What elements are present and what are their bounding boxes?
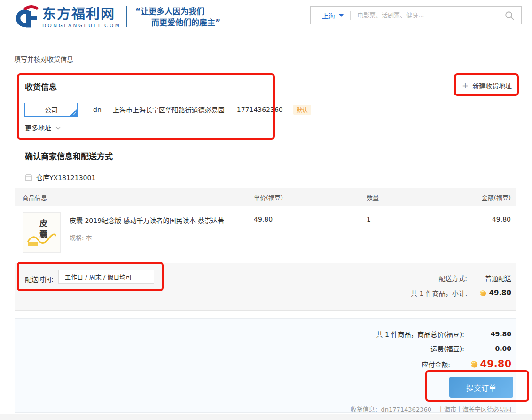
payable-value: 49.80 xyxy=(480,358,511,370)
recipient-name: dn xyxy=(93,106,102,113)
table-row: 皮囊 皮囊 2019纪念版 感动千万读者的国民读本 蔡崇达著 规格: 本 49.… xyxy=(15,212,516,253)
recipient-phone: 17714362360 xyxy=(237,106,283,113)
total-label: 共 1 件商品，商品总价(福豆): xyxy=(376,329,464,339)
amount-value: 49.80 xyxy=(442,212,516,253)
slogan-line-1: “让更多人因为我们 xyxy=(135,6,220,17)
quantity-value: 1 xyxy=(367,212,442,253)
subtotal-value: 49.80 xyxy=(489,289,511,297)
warehouse-name: 仓库YX181213001 xyxy=(36,173,95,182)
recipient-address: 上海市上海长宁区华阳路街道德必易园 xyxy=(113,105,225,114)
col-unit-price: 单价(福豆) xyxy=(254,193,367,202)
brand-slogan: “让更多人因为我们 而更爱他们的雇主” xyxy=(135,6,220,28)
summary-panel: 共 1 件商品，商品总价(福豆): 49.80 运费(福豆): 0.00 应付金… xyxy=(15,318,516,413)
subtotal-label: 共 1 件商品，小计: xyxy=(411,288,468,298)
header-divider xyxy=(126,6,127,27)
site-header: 东方福利网 DONGFANGFULI.COM “让更多人因为我们 而更爱他们的雇… xyxy=(0,0,532,36)
warehouse-row: 仓库YX181213001 xyxy=(25,173,95,182)
more-addresses-link[interactable]: 更多地址 xyxy=(25,123,59,132)
items-table-header: 商品信息 单价(福豆) 数量 金额(福豆) xyxy=(15,188,516,206)
chevron-down-icon xyxy=(339,14,344,17)
new-address-button[interactable]: + 新建收货地址 xyxy=(456,77,517,94)
search-bar: 上海 xyxy=(310,6,522,24)
submit-order-button[interactable]: 提交订单 xyxy=(449,377,513,398)
order-panel: 收货信息 + 新建收货地址 公司 ✓ dn 上海市上海长宁区华阳路街道德必易园 … xyxy=(15,71,516,311)
delivery-time-label: 配送时间: xyxy=(25,274,54,284)
product-image[interactable]: 皮囊 xyxy=(23,212,61,253)
merchant-section-title: 确认商家信息和配送方式 xyxy=(25,150,113,162)
check-icon: ✓ xyxy=(73,111,77,116)
product-spec: 规格: 本 xyxy=(70,233,224,242)
address-row: 公司 ✓ dn 上海市上海长宁区华阳路街道德必易园 17714362360 默认 xyxy=(24,103,311,117)
delivery-time-value: 工作日 / 周末 / 假日均可 xyxy=(65,272,132,281)
cover-art xyxy=(27,231,57,247)
search-icon[interactable] xyxy=(504,10,515,21)
page-title: 填写并核对收货信息 xyxy=(14,54,73,63)
brand-logo-icon xyxy=(12,5,39,30)
page-bottom-strip xyxy=(0,414,532,420)
shop-icon xyxy=(25,174,32,181)
city-selector[interactable]: 上海 xyxy=(311,11,350,20)
col-quantity: 数量 xyxy=(367,193,442,202)
unit-price-value: 49.80 xyxy=(254,212,367,253)
checkout-page: 东方福利网 DONGFANGFULI.COM “让更多人因为我们 而更爱他们的雇… xyxy=(0,0,532,420)
delivery-time-select[interactable]: 工作日 / 周末 / 假日均可 xyxy=(58,270,154,284)
site-logo[interactable]: 东方福利网 DONGFANGFULI.COM xyxy=(12,5,121,30)
more-addresses-label: 更多地址 xyxy=(25,123,51,132)
brand-name: 东方福利网 xyxy=(42,7,121,22)
default-badge: 默认 xyxy=(293,105,311,115)
footer-phone: dn17714362360 xyxy=(381,406,431,413)
slogan-line-2: 而更爱他们的雇主” xyxy=(135,17,220,28)
footer-address: 上海市上海长宁区德必易园 xyxy=(438,406,511,413)
address-tag-label: 公司 xyxy=(45,105,58,114)
shipping-section-title: 收货信息 xyxy=(25,80,57,92)
brand-domain: DONGFANGFULI.COM xyxy=(42,23,121,28)
delivery-method-value: 普通配送 xyxy=(478,273,511,283)
delivery-section: 配送时间: 工作日 / 周末 / 假日均可 配送方式: 普通配送 共 1 件商品… xyxy=(15,263,516,310)
shipping-fee-label: 运费(福豆): xyxy=(430,344,464,353)
search-input[interactable] xyxy=(351,12,504,19)
chevron-down-icon xyxy=(55,124,61,130)
col-product: 商品信息 xyxy=(23,193,254,202)
col-amount: 金额(福豆) xyxy=(442,193,516,202)
bean-coin-icon xyxy=(469,360,478,368)
shipping-fee-value: 0.00 xyxy=(464,345,511,352)
footer-shipping-info: 收货信息：dn17714362360上海市上海长宁区德必易园 xyxy=(350,404,511,413)
total-value: 49.80 xyxy=(464,330,511,338)
city-name: 上海 xyxy=(322,11,335,20)
footer-label: 收货信息： xyxy=(350,406,381,413)
bean-coin-icon xyxy=(479,290,487,297)
address-tag-company[interactable]: 公司 ✓ xyxy=(24,103,78,117)
new-address-label: 新建收货地址 xyxy=(472,81,512,90)
delivery-method-label: 配送方式: xyxy=(438,273,467,283)
payable-label: 应付金额: xyxy=(422,359,450,369)
plus-icon: + xyxy=(462,81,469,90)
product-title[interactable]: 皮囊 2019纪念版 感动千万读者的国民读本 蔡崇达著 xyxy=(70,215,224,225)
